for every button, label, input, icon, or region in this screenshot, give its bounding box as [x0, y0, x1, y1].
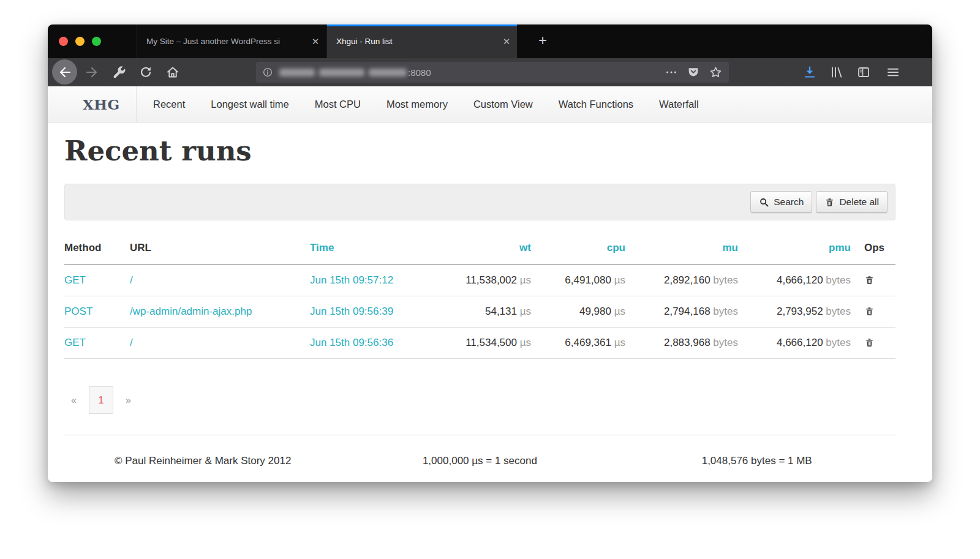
footer-us-note: 1,000,000 µs = 1 second [341, 455, 618, 467]
col-header-pmu[interactable]: pmu [738, 231, 851, 264]
minimize-window-button[interactable] [75, 37, 85, 46]
pmu-unit: bytes [826, 274, 851, 286]
library-icon[interactable] [829, 65, 844, 80]
close-tab-icon[interactable]: ✕ [496, 36, 517, 47]
pagination-next[interactable]: » [119, 395, 138, 406]
nav-item-custom-view[interactable]: Custom View [461, 99, 546, 110]
wt-unit: µs [520, 337, 531, 348]
sidebar-toggle-icon[interactable] [856, 65, 871, 80]
home-icon[interactable] [165, 65, 180, 80]
run-method-link[interactable]: POST [64, 306, 92, 317]
browser-titlebar: My Site – Just another WordPress si ✕ Xh… [48, 24, 932, 58]
pagination-prev[interactable]: « [64, 395, 83, 406]
tab-title-fade [284, 37, 305, 46]
trash-icon [864, 274, 875, 286]
nav-item-longest-wall-time[interactable]: Longest wall time [198, 99, 301, 110]
trash-icon [864, 306, 875, 317]
xhgui-navbar: XHG Recent Longest wall time Most CPU Mo… [48, 86, 932, 122]
pagination: « 1 » [64, 386, 138, 414]
site-info-icon[interactable] [262, 67, 273, 78]
mu-value: 2,794,168 [664, 306, 710, 317]
nav-item-recent[interactable]: Recent [140, 99, 198, 110]
cpu-unit: µs [614, 337, 625, 348]
tab-my-site[interactable]: My Site – Just another WordPress si ✕ [137, 24, 326, 58]
delete-run-button[interactable] [851, 296, 895, 327]
mu-unit: bytes [713, 274, 738, 286]
wt-value: 11,538,002 [466, 274, 517, 286]
delete-all-button[interactable]: Delete all [816, 191, 888, 213]
tab-title: Xhgui - Run list [327, 37, 496, 46]
trash-icon [824, 197, 835, 208]
nav-item-waterfall[interactable]: Waterfall [646, 99, 712, 110]
url-port: :8080 [408, 67, 431, 78]
run-url-link[interactable]: / [130, 337, 133, 348]
mu-value: 2,892,160 [664, 274, 710, 286]
tab-xhgui-run-list[interactable]: Xhgui - Run list ✕ [327, 24, 517, 58]
run-url-link[interactable]: /wp-admin/admin-ajax.php [130, 306, 252, 317]
nav-item-most-cpu[interactable]: Most CPU [302, 99, 374, 110]
run-time-link[interactable]: Jun 15th 09:56:36 [310, 337, 393, 348]
col-header-method: Method [64, 231, 130, 264]
browser-toolbar: :8080 [48, 58, 932, 86]
pmu-unit: bytes [826, 306, 851, 317]
downloads-icon[interactable] [802, 65, 817, 80]
table-row: GET / Jun 15th 09:56:36 11,534,500 µs 6,… [64, 327, 895, 358]
delete-run-button[interactable] [851, 327, 895, 358]
run-time-link[interactable]: Jun 15th 09:57:12 [310, 274, 393, 286]
pmu-value: 4,666,120 [777, 337, 823, 348]
wt-unit: µs [520, 306, 531, 317]
cpu-value: 6,469,361 [565, 337, 611, 348]
col-header-mu[interactable]: mu [625, 231, 738, 264]
urlbar-actions [665, 66, 723, 80]
wt-unit: µs [520, 274, 531, 286]
close-tab-icon[interactable]: ✕ [305, 36, 326, 47]
delete-run-button[interactable] [851, 264, 895, 296]
url-bar[interactable]: :8080 [256, 62, 729, 83]
browser-window: My Site – Just another WordPress si ✕ Xh… [48, 24, 932, 482]
run-time-link[interactable]: Jun 15th 09:56:39 [310, 306, 393, 317]
search-icon [759, 197, 769, 208]
nav-links: Recent Longest wall time Most CPU Most m… [140, 86, 712, 122]
run-method-link[interactable]: GET [64, 337, 86, 348]
footer-bytes-note: 1,048,576 bytes = 1 MB [619, 455, 895, 467]
new-tab-button[interactable]: + [533, 32, 552, 49]
nav-item-watch-functions[interactable]: Watch Functions [546, 99, 646, 110]
redacted-url [279, 69, 407, 77]
col-header-wt[interactable]: wt [448, 231, 531, 264]
col-header-url: URL [130, 231, 310, 264]
zoom-window-button[interactable] [92, 37, 101, 46]
mu-unit: bytes [713, 306, 738, 317]
pmu-unit: bytes [826, 337, 851, 348]
pagination-page-1[interactable]: 1 [89, 386, 113, 414]
pocket-icon[interactable] [687, 66, 700, 79]
menu-hamburger-icon[interactable] [886, 65, 900, 80]
page-footer: © Paul Reinheimer & Mark Story 2012 1,00… [64, 435, 895, 467]
search-button[interactable]: Search [750, 191, 812, 213]
screenshot-stage: My Site – Just another WordPress si ✕ Xh… [0, 0, 980, 559]
wt-value: 11,534,500 [466, 337, 517, 348]
developer-wrench-icon[interactable] [111, 65, 126, 80]
col-header-cpu[interactable]: cpu [531, 231, 625, 264]
nav-item-most-memory[interactable]: Most memory [374, 99, 461, 110]
reload-icon[interactable] [138, 65, 153, 80]
table-row: GET / Jun 15th 09:57:12 11,538,002 µs 6,… [64, 264, 895, 296]
pmu-value: 2,793,952 [777, 306, 823, 317]
trash-icon [864, 337, 875, 348]
table-row: POST /wp-admin/admin-ajax.php Jun 15th 0… [64, 296, 895, 327]
mu-value: 2,883,968 [664, 337, 710, 348]
actions-bar: Search Delete all [64, 184, 895, 220]
wt-value: 54,131 [485, 306, 517, 317]
xhg-logo[interactable]: XHG [48, 86, 137, 122]
col-header-time[interactable]: Time [310, 231, 448, 264]
forward-button[interactable] [85, 65, 99, 80]
page-title: Recent runs [64, 135, 252, 167]
cpu-unit: µs [614, 306, 625, 317]
window-controls [59, 37, 101, 46]
page-actions-icon[interactable] [665, 66, 678, 79]
close-window-button[interactable] [59, 37, 68, 46]
run-method-link[interactable]: GET [64, 274, 86, 286]
bookmark-star-icon[interactable] [709, 66, 723, 80]
back-button[interactable] [52, 59, 77, 84]
mu-unit: bytes [713, 337, 738, 348]
run-url-link[interactable]: / [130, 274, 133, 286]
